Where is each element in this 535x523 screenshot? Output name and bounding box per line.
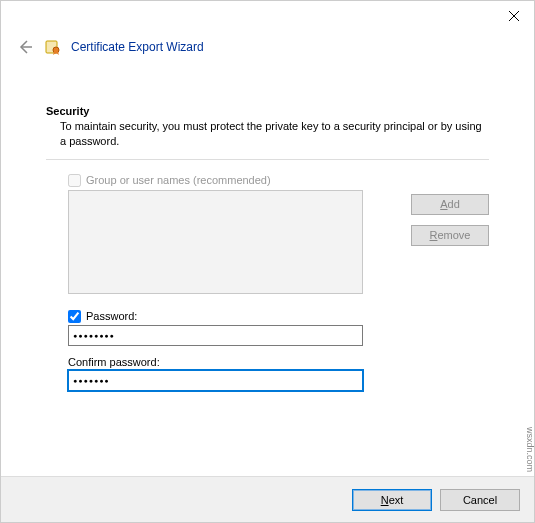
title-bar [1, 1, 534, 31]
password-input[interactable] [68, 325, 363, 346]
back-button[interactable] [15, 37, 35, 57]
remove-button-label: emove [437, 229, 470, 241]
cancel-button[interactable]: Cancel [440, 489, 520, 511]
add-button-label: dd [448, 198, 460, 210]
password-label: Password: [86, 310, 137, 322]
close-icon [509, 11, 519, 21]
divider [46, 159, 489, 160]
wizard-title: Certificate Export Wizard [71, 40, 204, 54]
footer-bar: Next Cancel [1, 476, 534, 522]
remove-button: Remove [411, 225, 489, 246]
content-area: Security To maintain security, you must … [1, 67, 534, 391]
watermark: wsxdn.com [525, 427, 535, 472]
certificate-icon [45, 39, 61, 55]
next-button[interactable]: Next [352, 489, 432, 511]
group-names-checkbox-row[interactable]: Group or user names (recommended) [68, 174, 401, 187]
section-description: To maintain security, you must protect t… [46, 119, 489, 149]
group-names-listbox [68, 190, 363, 294]
next-button-label: ext [389, 494, 404, 506]
cancel-button-label: Cancel [463, 494, 497, 506]
group-names-row: Group or user names (recommended) Add Re… [46, 174, 489, 294]
group-names-checkbox[interactable] [68, 174, 81, 187]
wizard-header: Certificate Export Wizard [1, 31, 534, 67]
confirm-password-label: Confirm password: [68, 356, 489, 368]
password-checkbox-row[interactable]: Password: [68, 310, 489, 323]
group-names-label: Group or user names (recommended) [86, 174, 271, 186]
back-arrow-icon [17, 39, 33, 55]
add-button: Add [411, 194, 489, 215]
close-button[interactable] [494, 2, 534, 30]
confirm-password-input[interactable] [68, 370, 363, 391]
password-block: Password: Confirm password: [46, 310, 489, 391]
section-heading: Security [46, 105, 489, 117]
password-checkbox[interactable] [68, 310, 81, 323]
